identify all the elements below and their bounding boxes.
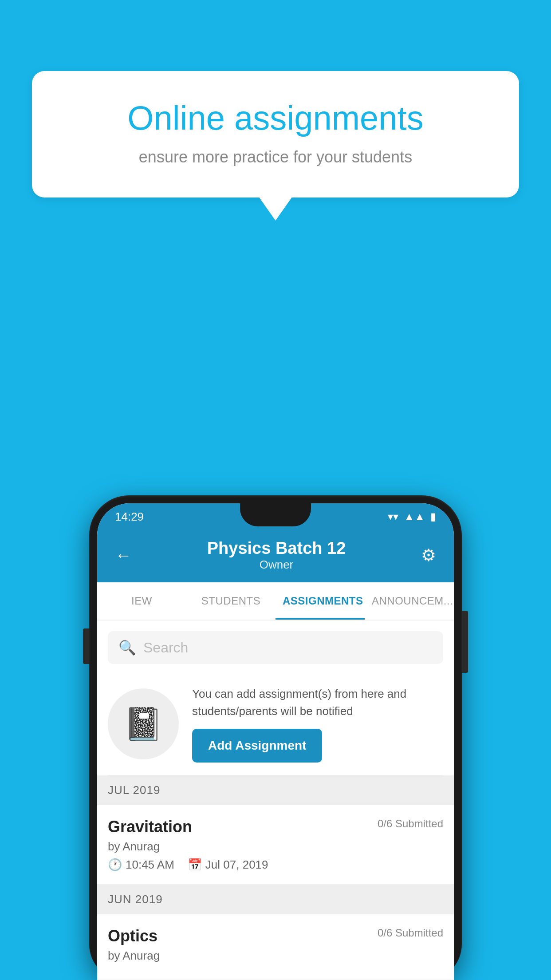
tab-students[interactable]: STUDENTS <box>186 582 276 620</box>
content-area: 🔍 Search 📓 You can add assignment(s) fro… <box>97 620 454 980</box>
wifi-icon: ▾▾ <box>388 510 398 523</box>
section-label-jun: JUN 2019 <box>108 893 163 906</box>
promo-icon-circle: 📓 <box>108 688 179 759</box>
search-bar[interactable]: 🔍 Search <box>108 631 443 664</box>
tab-iew[interactable]: IEW <box>97 582 186 620</box>
header-title: Physics Batch 12 <box>207 539 346 558</box>
phone-outer-shell: 14:29 ▾▾ ▲▲ ▮ ← Physics Batch 12 Owner ⚙… <box>89 495 462 980</box>
assignment-date-gravitation: 📅 Jul 07, 2019 <box>188 858 268 872</box>
app-header: ← Physics Batch 12 Owner ⚙ <box>97 530 454 582</box>
status-bar: 14:29 ▾▾ ▲▲ ▮ <box>97 503 454 530</box>
notch <box>240 503 311 526</box>
header-center: Physics Batch 12 Owner <box>207 539 346 572</box>
assignment-name-optics: Optics <box>108 927 157 945</box>
search-placeholder: Search <box>143 640 188 656</box>
status-time: 14:29 <box>115 510 144 524</box>
bubble-title: Online assignments <box>63 98 488 138</box>
status-icons: ▾▾ ▲▲ ▮ <box>388 510 436 523</box>
phone-screen: 14:29 ▾▾ ▲▲ ▮ ← Physics Batch 12 Owner ⚙… <box>97 503 454 980</box>
promo-card: 📓 You can add assignment(s) from here an… <box>108 673 443 775</box>
assignment-date-value: Jul 07, 2019 <box>205 858 268 872</box>
assignment-submitted-optics: 0/6 Submitted <box>378 927 443 939</box>
section-label-jul: JUL 2019 <box>108 783 160 797</box>
section-header-jul: JUL 2019 <box>97 775 454 805</box>
promo-description: You can add assignment(s) from here and … <box>192 685 443 720</box>
tab-assignments[interactable]: ASSIGNMENTS <box>276 582 365 620</box>
assignment-author-gravitation: by Anurag <box>108 840 443 854</box>
assignment-gravitation[interactable]: Gravitation 0/6 Submitted by Anurag 🕐 10… <box>97 805 454 885</box>
search-icon: 🔍 <box>118 639 136 656</box>
speech-bubble: Online assignments ensure more practice … <box>32 71 519 198</box>
assignment-meta-gravitation: 🕐 10:45 AM 📅 Jul 07, 2019 <box>108 858 443 872</box>
assignment-top-optics: Optics 0/6 Submitted <box>108 927 443 945</box>
assignment-optics[interactable]: Optics 0/6 Submitted by Anurag <box>97 914 454 980</box>
assignment-time-gravitation: 🕐 10:45 AM <box>108 858 174 872</box>
calendar-icon: 📅 <box>188 858 202 872</box>
section-header-jun: JUN 2019 <box>97 885 454 914</box>
header-subtitle: Owner <box>207 558 346 572</box>
signal-icon: ▲▲ <box>404 510 425 523</box>
assignment-time-value: 10:45 AM <box>126 858 174 872</box>
notebook-icon: 📓 <box>123 705 163 743</box>
tabs-bar: IEW STUDENTS ASSIGNMENTS ANNOUNCEM... <box>97 582 454 620</box>
battery-icon: ▮ <box>430 510 436 523</box>
assignment-name-gravitation: Gravitation <box>108 818 192 836</box>
tab-announcements[interactable]: ANNOUNCEM... <box>365 582 454 620</box>
back-button[interactable]: ← <box>115 546 132 565</box>
assignment-top: Gravitation 0/6 Submitted <box>108 818 443 836</box>
settings-button[interactable]: ⚙ <box>421 545 436 565</box>
assignment-submitted-gravitation: 0/6 Submitted <box>378 818 443 830</box>
phone-device: 14:29 ▾▾ ▲▲ ▮ ← Physics Batch 12 Owner ⚙… <box>89 495 462 980</box>
speech-bubble-section: Online assignments ensure more practice … <box>32 71 519 198</box>
bubble-subtitle: ensure more practice for your students <box>63 146 488 168</box>
clock-icon: 🕐 <box>108 858 122 872</box>
add-assignment-button[interactable]: Add Assignment <box>192 729 322 763</box>
promo-text: You can add assignment(s) from here and … <box>192 685 443 763</box>
assignment-author-optics: by Anurag <box>108 949 443 963</box>
